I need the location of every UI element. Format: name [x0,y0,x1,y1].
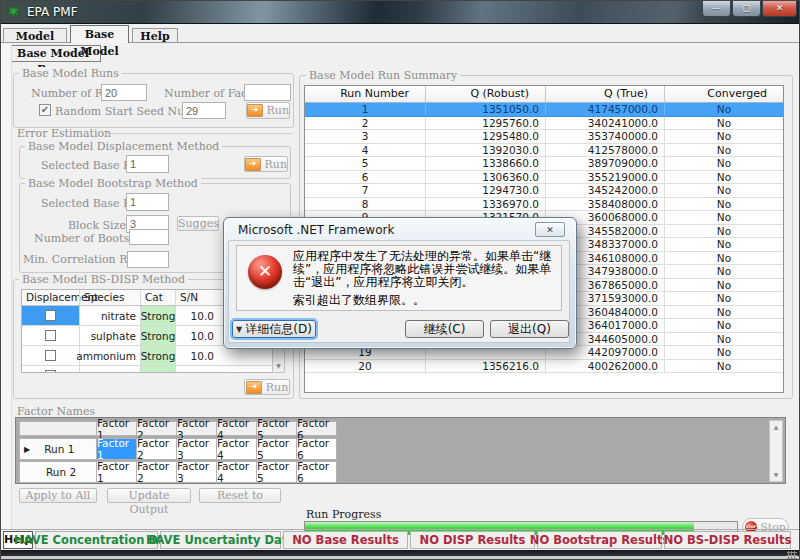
random-seed-field[interactable] [182,102,226,119]
q-robust-cell: 1356216.0 [425,360,545,373]
run-summary-row[interactable]: 61306360.0355219000.0No [305,171,783,185]
run-summary-row[interactable]: 21295760.0340241000.0No [305,117,783,131]
factor-name-cell[interactable]: Factor 6 [296,438,337,460]
cat-cell: Strong [140,346,175,365]
displacement-checkbox[interactable] [45,310,56,321]
resize-grip[interactable] [787,551,797,560]
disp-selected-base-run-field[interactable] [126,155,169,173]
factor-name-cell[interactable]: Factor 1 [96,438,137,460]
q-robust-cell: 1295760.0 [425,117,545,130]
dialog-close-button[interactable]: ✕ [535,222,565,237]
number-of-runs-field[interactable] [101,84,147,101]
close-button[interactable]: ✕ [762,1,797,17]
base-model-runs-group-label: Base Model Runs [19,67,122,80]
reset-button[interactable]: Reset to [199,488,281,503]
bsdisp-col-cat: Cat [140,290,175,305]
bsdisp-row[interactable]: ECStrong10.0 [22,366,272,373]
left-panel-strip [1,44,12,529]
run-summary-row[interactable]: 11351050.0417457000.0No [305,103,783,117]
bsdisp-run-button[interactable]: ➜ Run [244,379,290,395]
displacement-checkbox[interactable] [45,350,56,361]
status-segment: NO DISP Results [410,531,535,549]
base-run-button[interactable]: ➜ Run [246,102,290,119]
boot-selected-base-run-field[interactable] [126,193,169,211]
run-summary-row[interactable]: 41392030.0412578000.0No [305,144,783,158]
factor-name-cell[interactable]: Factor 4 [216,461,257,483]
converged-cell: No [664,360,783,373]
number-of-factors-field[interactable] [244,84,291,101]
factor-row-header[interactable]: ▶Run 1 [19,438,97,460]
maximize-icon: ▢ [742,4,751,13]
window-bottom-frame [1,556,800,560]
minimize-button[interactable]: — [702,1,731,17]
factor-name-cell[interactable]: Factor 6 [296,461,337,483]
factor-scrollbar[interactable]: ▲ ▼ [769,420,783,482]
col-q-robust: Q (Robust) [425,86,545,102]
suggest-button[interactable]: Sugges [177,216,219,231]
factor-name-cell[interactable]: Factor 3 [176,438,217,460]
factor-column-header: Factor 2 [136,421,177,436]
run-summary-row[interactable]: 201356216.0400262000.0No [305,360,783,374]
tab-model-data[interactable]: Model Data [3,28,67,43]
status-segment: HAVE Uncertainty Data [160,531,281,549]
tab-base-model[interactable]: Base Model [70,25,129,43]
factor-name-cell[interactable]: Factor 2 [136,461,177,483]
factor-row-name: Run 1 [44,443,74,455]
details-button[interactable]: ▼ 详细信息(D) [232,320,316,338]
run-summary-row[interactable]: 51338660.0389709000.0No [305,157,783,171]
run-number-cell: 8 [305,198,425,211]
displacement-checkbox[interactable] [45,330,56,341]
q-robust-cell: 1295480.0 [425,130,545,143]
displacement-checkbox[interactable] [45,370,56,373]
quit-button[interactable]: 退出(Q) [490,320,569,338]
run-arrow-icon: ➜ [246,381,262,394]
run-number-cell: 6 [305,171,425,184]
error-icon: ✕ [248,255,282,289]
converged-cell: No [664,265,783,278]
factor-row-2: Run 2Factor 1Factor 2Factor 3Factor 4Fac… [19,461,337,483]
q-true-cell: 412578000.0 [545,144,664,157]
q-true-cell: 355219000.0 [545,171,664,184]
sn-cell: 10.0 [175,346,218,365]
statusbar-divider [1,529,800,530]
sn-cell: 10.0 [175,366,218,373]
run-summary-row[interactable]: 31295480.0353740000.0No [305,130,783,144]
bsdisp-row[interactable]: ammoniumStrong10.0 [22,346,272,366]
bootstraps-field[interactable] [129,229,169,245]
factor-name-cell[interactable]: Factor 2 [136,438,177,460]
dialog-detail-message: 索引超出了数组界限。。 [293,292,557,309]
q-true-cell: 389709000.0 [545,157,664,170]
displacement-cell [22,346,79,365]
tab-help[interactable]: Help [132,28,178,43]
run-summary-row[interactable]: 71294730.0345242000.0No [305,184,783,198]
factor-corner-cell [19,421,97,436]
converged-cell: No [664,252,783,265]
factor-name-cell[interactable]: Factor 4 [216,438,257,460]
q-true-cell: 358408000.0 [545,198,664,211]
error-estimation-divider [105,133,293,134]
converged-cell: No [664,117,783,130]
r-value-field[interactable] [127,251,169,268]
converged-cell: No [664,184,783,197]
run-arrow-icon: ➜ [245,158,261,171]
factor-row-header[interactable]: Run 2 [19,461,97,483]
factor-name-cell[interactable]: Factor 3 [176,461,217,483]
converged-cell: No [664,171,783,184]
bsdisp-col-displacement: Displacement [22,290,79,305]
run-number-cell: 20 [305,360,425,373]
factor-name-cell[interactable]: Factor 5 [256,461,297,483]
apply-to-all-button[interactable]: Apply to All [19,488,97,503]
continue-button[interactable]: 继续(C) [405,320,484,338]
run-summary-row[interactable]: 81336970.0358408000.0No [305,198,783,212]
dialog-message-panel: ✕ 应用程序中发生了无法处理的异常。如果单击“继续”，应用程序将忽略此错误并尝试… [236,245,562,311]
dialog-title: Microsoft .NET Framework [238,223,394,237]
update-output-button[interactable]: Update Output [107,488,191,503]
run-progress-label: Run Progress [306,508,381,521]
factor-column-header: Factor 5 [256,421,297,436]
factor-name-cell[interactable]: Factor 1 [96,461,137,483]
random-seed-checkbox[interactable]: ✔ [39,104,51,116]
disp-run-button[interactable]: ➜ Run [244,156,288,172]
maximize-button[interactable]: ▢ [732,1,761,17]
q-robust-cell: 1351050.0 [425,103,545,116]
factor-name-cell[interactable]: Factor 5 [256,438,297,460]
